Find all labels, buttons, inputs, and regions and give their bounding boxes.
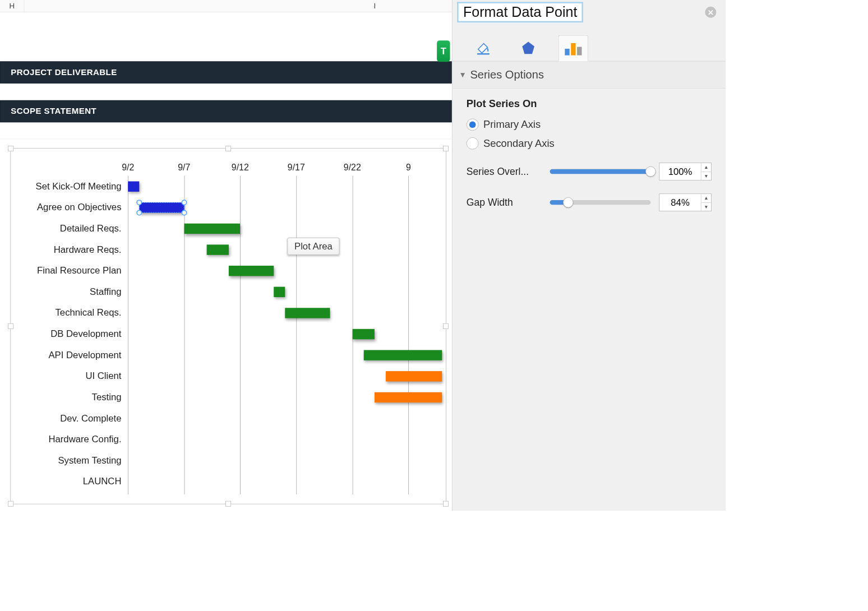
worksheet-area[interactable]: T PROJECT DELIVERABLE SCOPE STATEMENT Se… [0, 12, 452, 511]
stepper-down-icon[interactable]: ▼ [701, 203, 712, 211]
scope-statement-header: SCOPE STATEMENT [0, 100, 452, 122]
fill-tab[interactable] [468, 35, 498, 61]
gridline [240, 176, 241, 494]
svg-rect-1 [565, 49, 569, 55]
x-tick-label: 9/17 [288, 163, 305, 173]
task-label: Final Resource Plan [37, 265, 122, 276]
plot-series-on-label: Plot Series On [467, 98, 712, 110]
col-header-h[interactable]: H [0, 0, 24, 12]
series-overlap-slider[interactable] [550, 169, 651, 174]
x-tick-label: 9/22 [344, 163, 361, 173]
task-label: UI Client [85, 371, 121, 381]
section-title-text: Series Options [470, 68, 544, 81]
bar-chart-icon [564, 40, 583, 56]
task-label: Set Kick-Off Meeting [35, 180, 121, 191]
radio-label: Secondary Axis [483, 137, 555, 150]
svg-rect-2 [571, 43, 575, 55]
stepper-value: 100% [659, 163, 701, 180]
gap-width-slider[interactable] [550, 200, 651, 205]
slider-thumb[interactable] [645, 166, 655, 177]
series-overlap-stepper[interactable]: 100% ▲ ▼ [659, 163, 712, 180]
series-overlap-row: Series Overl... 100% ▲ ▼ [467, 163, 712, 180]
series-overlap-label: Series Overl... [467, 166, 542, 177]
selected-bar-outline [139, 202, 184, 212]
x-tick-label: 9 [406, 163, 411, 173]
stepper-value: 84% [659, 194, 701, 211]
effects-tab[interactable] [513, 35, 543, 61]
task-label: LAUNCH [83, 476, 122, 487]
chart-body[interactable]: Set Kick-Off MeetingAgree on ObjectivesD… [11, 149, 446, 504]
gridline [296, 176, 297, 494]
x-tick-label: 9/7 [178, 163, 190, 173]
format-panel-title[interactable]: Format Data Point [457, 2, 583, 22]
x-tick-label: 9/12 [232, 163, 249, 173]
secondary-axis-radio[interactable]: Secondary Axis [467, 137, 712, 150]
cell-row[interactable] [0, 84, 452, 100]
series-options-tab[interactable] [558, 35, 589, 62]
close-icon[interactable]: ✕ [705, 7, 716, 18]
gantt-bar[interactable] [285, 308, 330, 318]
selection-handle[interactable] [136, 210, 142, 215]
gantt-bar[interactable] [229, 266, 274, 276]
format-panel-tabs [453, 26, 726, 62]
task-label: Detailed Reqs. [60, 223, 122, 234]
selection-handle[interactable] [181, 200, 187, 205]
gantt-bar[interactable] [184, 223, 240, 233]
gap-width-label: Gap Width [467, 197, 542, 208]
gridline [128, 176, 128, 494]
disclosure-triangle-icon: ▼ [459, 71, 466, 79]
task-label: Hardware Reqs. [54, 244, 122, 254]
chart-object[interactable]: Set Kick-Off MeetingAgree on ObjectivesD… [10, 148, 446, 504]
task-label: API Development [48, 349, 121, 360]
plot-area-tooltip: Plot Area [287, 238, 339, 255]
x-tick-label: 9/2 [122, 163, 134, 173]
series-options-section[interactable]: ▼ Series Options [453, 62, 726, 89]
stepper-up-icon[interactable]: ▲ [701, 194, 712, 202]
task-label: Dev. Complete [60, 413, 121, 423]
gantt-bar[interactable] [363, 350, 442, 360]
gantt-bar[interactable] [352, 328, 375, 339]
task-label: Technical Reqs. [55, 307, 121, 318]
slider-thumb[interactable] [563, 197, 573, 207]
floating-button[interactable]: T [437, 40, 450, 62]
plot-area[interactable]: 9/29/79/129/179/229 [128, 176, 442, 494]
gantt-bar[interactable] [274, 286, 285, 297]
task-label: Staffing [90, 286, 121, 297]
task-label: Agree on Objectives [37, 202, 122, 212]
svg-rect-3 [577, 47, 581, 55]
gantt-bar[interactable] [375, 392, 442, 402]
selection-handle[interactable] [181, 210, 187, 215]
primary-axis-radio[interactable]: Primary Axis [467, 119, 712, 131]
selection-handle[interactable] [136, 200, 142, 205]
gridline [408, 176, 409, 494]
radio-label: Primary Axis [483, 119, 541, 131]
stepper-down-icon[interactable]: ▼ [701, 172, 712, 180]
project-deliverable-header: PROJECT DELIVERABLE [0, 62, 452, 84]
task-label: Testing [92, 391, 122, 402]
series-options-body: Plot Series On Primary Axis Secondary Ax… [453, 89, 726, 221]
gantt-bar[interactable] [128, 181, 139, 191]
gantt-bar[interactable] [386, 371, 442, 381]
task-label: DB Development [50, 328, 121, 339]
gantt-bar[interactable] [206, 244, 229, 254]
paint-bucket-icon [475, 40, 491, 55]
cell-row[interactable] [0, 122, 452, 139]
task-label: Hardware Config. [48, 434, 121, 445]
radio-icon [467, 137, 479, 150]
gap-width-stepper[interactable]: 84% ▲ ▼ [659, 193, 712, 211]
format-panel: Format Data Point ✕ ▼ Series Options [452, 0, 726, 511]
task-label: System Testing [58, 455, 121, 465]
stepper-up-icon[interactable]: ▲ [701, 163, 712, 172]
pentagon-icon [521, 40, 536, 55]
gap-width-row: Gap Width 84% ▲ ▼ [467, 193, 712, 211]
radio-icon [467, 119, 479, 131]
